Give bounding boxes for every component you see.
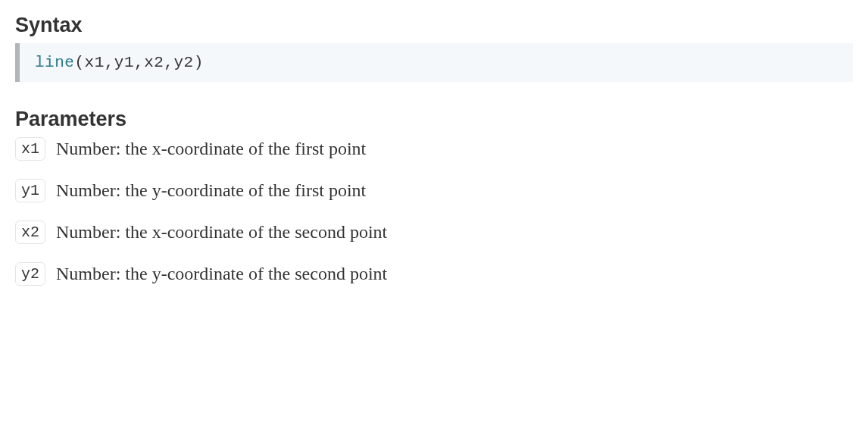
parameter-row: y1 Number: the y-coordinate of the first…	[15, 179, 853, 202]
parameters-heading: Parameters	[15, 108, 853, 131]
parameter-description: Number: the y-coordinate of the second p…	[56, 264, 387, 284]
function-args: (x1,y1,x2,y2)	[74, 54, 203, 71]
function-name: line	[35, 54, 74, 71]
parameter-description: Number: the y-coordinate of the first po…	[56, 180, 366, 201]
parameter-description: Number: the x-coordinate of the first po…	[56, 139, 366, 159]
parameter-row: y2 Number: the y-coordinate of the secon…	[15, 262, 853, 286]
syntax-heading: Syntax	[15, 14, 853, 37]
parameter-name: y2	[15, 262, 45, 286]
parameter-name: y1	[15, 179, 45, 202]
parameter-description: Number: the x-coordinate of the second p…	[56, 222, 387, 243]
parameter-name: x1	[15, 137, 45, 161]
parameter-row: x1 Number: the x-coordinate of the first…	[15, 137, 853, 161]
syntax-code: line(x1,y1,x2,y2)	[35, 54, 204, 71]
syntax-code-block: line(x1,y1,x2,y2)	[15, 43, 853, 82]
parameter-row: x2 Number: the x-coordinate of the secon…	[15, 221, 853, 244]
parameter-name: x2	[15, 221, 45, 244]
